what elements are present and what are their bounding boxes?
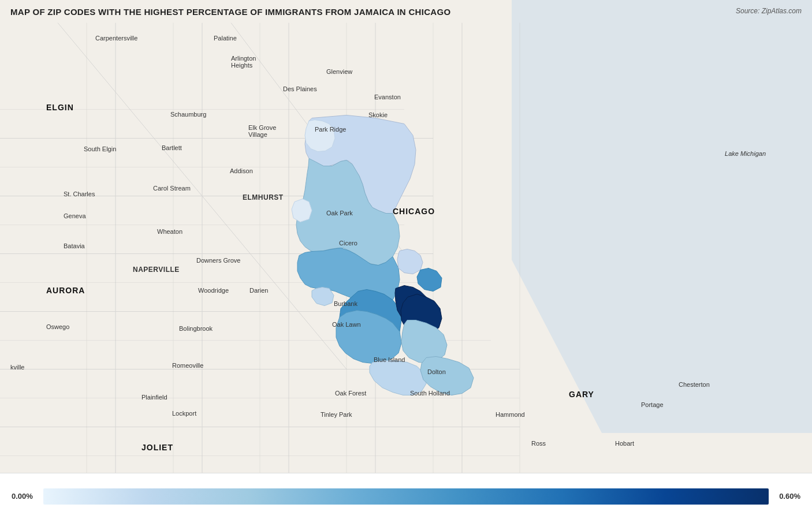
legend-bar: 0.00% 0.60% <box>0 473 812 519</box>
legend-min-label: 0.00% <box>12 492 38 501</box>
svg-marker-35 <box>420 357 474 395</box>
svg-marker-34 <box>370 361 426 395</box>
svg-marker-40 <box>312 287 334 306</box>
map-svg <box>0 0 812 519</box>
legend-max-label: 0.60% <box>774 492 800 501</box>
svg-marker-39 <box>292 199 312 222</box>
svg-marker-33 <box>401 320 447 364</box>
svg-marker-37 <box>397 249 423 274</box>
legend-gradient <box>43 488 769 505</box>
svg-marker-38 <box>417 268 442 292</box>
source-label: Source: ZipAtlas.com <box>736 7 802 15</box>
map-title: MAP OF ZIP CODES WITH THE HIGHEST PERCEN… <box>10 7 450 17</box>
map-container: MAP OF ZIP CODES WITH THE HIGHEST PERCEN… <box>0 0 812 519</box>
